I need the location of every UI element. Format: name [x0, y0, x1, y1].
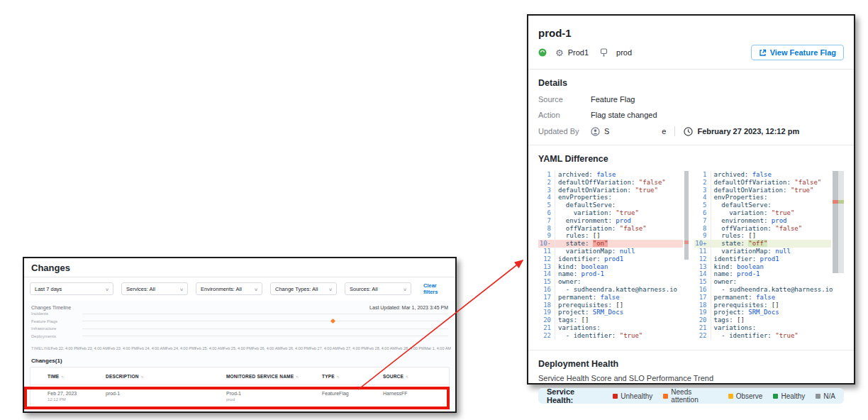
sort-icon: ↑↓ [141, 375, 143, 379]
diff-line: 19project: SRM_Docs [538, 309, 683, 316]
diff-changed-line: 10+ state: "off" [694, 240, 832, 248]
timeline-tick-label: Feb 25, 4:00 AM [195, 346, 223, 350]
clear-filters-link[interactable]: Clear filters [423, 282, 450, 295]
legend-items: UnhealthyNeeds attentionObserveHealthyN/… [613, 388, 835, 404]
diff-line: 7 environment: prod [538, 217, 683, 225]
timeline-tick-label: Feb 25, 4:00 PM [223, 346, 252, 350]
filter-bar: Last 7 days∨Services: All∨Environments: … [24, 277, 455, 301]
sort-icon: ↑↓ [296, 375, 298, 379]
diff-line: 7 environment: prod [694, 217, 832, 225]
timeline-tick-label: Feb 28, 4:00 PM [396, 346, 425, 350]
flag-name-label: Prod1 [568, 48, 589, 57]
timeline-tick-label: Feb 24, 4:00 AM [137, 346, 165, 350]
cell-time: Feb 27, 2023 12:12 PM [48, 391, 106, 402]
filter-dropdown-value: Environments: All [201, 286, 242, 292]
diff-line: 20tags: [] [538, 316, 683, 324]
timeline-tick-label: Feb 23, 4:00 AM [79, 346, 108, 350]
source-value: Feature Flag [591, 95, 635, 104]
yaml-diff-after-pane[interactable]: 1archived: false2defaultOffVariation: "f… [694, 171, 845, 341]
column-header[interactable]: SOURCE↑↓ [383, 374, 449, 379]
diff-minimap[interactable] [833, 171, 844, 341]
external-link-icon [759, 49, 767, 57]
service-health-legend: Service Health: UnhealthyNeeds attention… [538, 388, 844, 404]
diff-line: 1archived: false [694, 171, 832, 179]
filter-dropdown[interactable]: Change Types: All∨ [270, 282, 337, 295]
diff-line: 18prerequisites: [] [538, 302, 683, 309]
action-label: Action [538, 111, 591, 119]
divider [528, 145, 854, 145]
timeline-tick-label: Feb 26, 4:00 PM [281, 346, 310, 350]
yaml-diff-before-pane[interactable]: 1archived: false2defaultOffVariation: "f… [538, 171, 689, 341]
changes-table: TIME↑↓DESCRIPTION↑↓MONITORED SERVICE NAM… [30, 367, 450, 409]
filter-dropdown[interactable]: Last 7 days∨ [30, 282, 113, 295]
divider [528, 69, 854, 70]
diff-line: 17permanent: false [694, 294, 832, 302]
deployment-health-subheading: Service Health Score and SLO Performance… [538, 374, 844, 382]
environment-icon [600, 48, 608, 57]
timeline-tick-label: Feb 27, 4:00 PM [338, 346, 367, 350]
filter-dropdown[interactable]: Sources: All∨ [345, 282, 411, 295]
diff-removed-marker [684, 241, 689, 244]
column-header[interactable]: TIME↑↓ [48, 374, 106, 379]
diff-line: 15owner: [538, 278, 683, 286]
filter-dropdown[interactable]: Environments: All∨ [196, 282, 262, 295]
divider [674, 126, 675, 136]
updated-by-value-start: S [604, 127, 609, 136]
column-header[interactable]: MONITORED SERVICE NAME↑↓ [226, 374, 322, 379]
filter-dropdown-value: Last 7 days [35, 286, 62, 292]
chevron-down-icon: ∨ [328, 287, 333, 292]
change-row[interactable]: Feb 27, 2023 12:12 PM prod-1 Prod-1 prod… [30, 385, 449, 409]
column-header[interactable]: DESCRIPTION↑↓ [106, 374, 226, 379]
diff-line: 8 offVariation: "false" [538, 225, 683, 233]
feature-flag-event-marker[interactable] [330, 319, 335, 324]
diff-line: 2defaultOffVariation: "false" [538, 179, 683, 187]
timeline-row: Infrastructure [31, 325, 448, 333]
minimap-removed-marker [833, 200, 838, 204]
cell-type: FeatureFlag [322, 391, 383, 402]
timeline-tick-label: Feb 23, 4:00 PM [108, 346, 138, 350]
diff-line: 2defaultOffVariation: "false" [694, 179, 832, 187]
user-icon [591, 127, 600, 136]
diff-scrollbar-left[interactable] [684, 171, 689, 341]
legend-item: Needs attention [663, 388, 717, 404]
timeline-row: Deployments [31, 333, 448, 341]
yaml-difference-heading: YAML Difference [538, 154, 844, 164]
timeline-axis-ticks: Feb 22, 4:00 PMFeb 23, 4:00 AMFeb 23, 4:… [51, 346, 451, 350]
updated-by-value-end: e [662, 127, 666, 136]
diff-line: 16 - sudheendra.katte@harness.io [694, 286, 832, 294]
diff-line: 11 variationMap: null [538, 248, 683, 255]
cell-description: prod-1 [106, 391, 226, 402]
diff-line: 21variations: [694, 324, 832, 332]
view-feature-flag-button[interactable]: View Feature Flag [751, 45, 844, 60]
filter-dropdown[interactable]: Services: All∨ [121, 282, 188, 295]
diff-line: 4envProperties: [694, 194, 832, 201]
diff-line: 19project: SRM_Docs [694, 309, 832, 316]
diff-line: 17permanent: false [538, 294, 683, 302]
sort-icon: ↑↓ [406, 375, 408, 379]
timeline-row-label: Infrastructure [31, 326, 82, 331]
diff-line: 14name: prod-1 [538, 270, 683, 278]
environment-label: prod [616, 48, 632, 57]
timeline-tick-label: Feb 28, 4:00 AM [367, 346, 396, 350]
updated-by-label: Updated By [538, 127, 591, 136]
cell-source: HarnessFF [383, 391, 449, 402]
diff-line: 12identifier: prod1 [538, 255, 683, 263]
diff-line: 14name: prod-1 [694, 270, 832, 278]
column-header[interactable]: TYPE↑↓ [322, 374, 383, 379]
timeline-tick-label: Feb 26, 4:00 AM [252, 346, 281, 350]
diff-line: 11 variationMap: null [694, 248, 832, 255]
legend-item: Unhealthy [613, 388, 652, 404]
timeline-rows: IncidentsFeature FlagsInfrastructureDepl… [31, 310, 448, 340]
filter-dropdown-value: Change Types: All [275, 286, 318, 292]
timeline-tick-label: Feb 27, 4:00 AM [310, 346, 338, 350]
timeline-last-updated: Last Updated: Mar 1, 2023 3:45 PM [369, 305, 448, 310]
yaml-diff-viewer: 1archived: false2defaultOffVariation: "f… [538, 171, 844, 341]
legend-color-swatch [816, 394, 820, 399]
diff-line: 22 - identifier: "true" [694, 332, 832, 340]
diff-line: 1archived: false [538, 171, 683, 179]
timeline-tick-label: Feb 22, 4:00 PM [51, 346, 80, 350]
diff-line: 9 rules: [] [694, 232, 832, 240]
changes-panel: Changes Last 7 days∨Services: All∨Enviro… [23, 257, 457, 413]
diff-line: 3defaultOnVariation: "true" [538, 187, 683, 194]
diff-line: 18prerequisites: [] [694, 302, 832, 309]
